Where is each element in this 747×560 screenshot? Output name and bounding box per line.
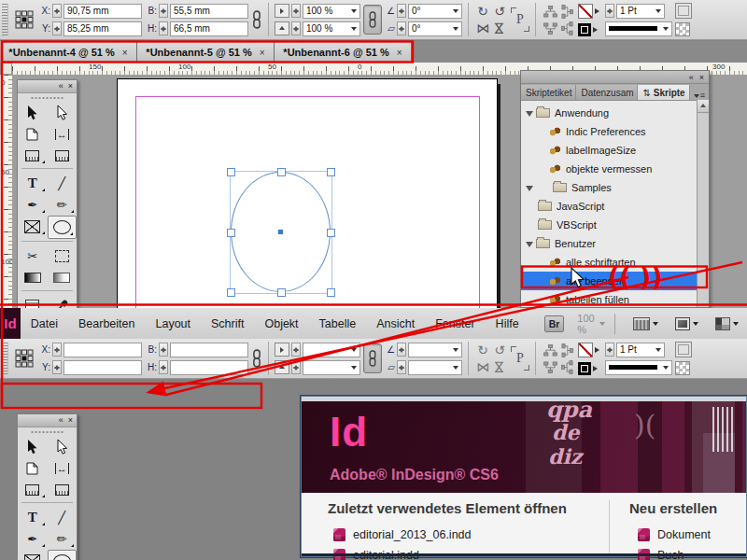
palette-grip[interactable] [31,427,63,436]
selection-handle[interactable] [277,168,286,176]
pencil-tool[interactable]: ✏ [48,528,78,550]
page-tool[interactable] [18,123,48,145]
type-tool[interactable]: T [18,173,48,194]
gap-tool[interactable]: ↔ [48,123,78,145]
rotate-cw-icon[interactable]: ↺ [494,4,505,19]
tree-item-tabellen-fuellen[interactable]: tabellen füllen [521,290,697,307]
recent-file-editorial-2013[interactable]: editorial_2013_06.indd [333,528,472,541]
close-icon[interactable]: × [260,48,265,58]
palette-grip[interactable] [31,93,63,102]
anchored-object-icon[interactable] [561,360,573,374]
triangle-open-icon[interactable] [526,242,533,247]
triangle-open-icon[interactable] [526,186,533,191]
tree-item-alle-schriftarten[interactable]: alle schriftarten [521,253,697,272]
menu-objekt[interactable]: Objekt [254,317,308,330]
transparency-button[interactable] [675,361,690,375]
height-stepper[interactable] [159,360,168,374]
selection-handle[interactable] [327,288,335,297]
selection-handle[interactable] [227,288,235,297]
height-input[interactable] [170,360,248,375]
selection-handle[interactable] [227,229,235,237]
tree-item-indic-preferences[interactable]: Indic Preferences [521,122,697,141]
anchored-object-icon[interactable] [561,343,573,357]
stroke-weight-dropdown[interactable]: 1 Pt [616,343,665,357]
selection-center-point[interactable] [278,230,283,234]
rotation-stepper[interactable] [397,4,406,18]
scroll-up-icon[interactable] [698,100,709,113]
line-tool[interactable]: ╱ [48,173,78,194]
toolbar-grip[interactable] [2,4,8,35]
palette-titlebar[interactable]: «× [18,80,77,93]
frame-tool[interactable] [18,216,48,237]
fill-color-swatch[interactable] [578,23,591,36]
select-container-icon[interactable]: P [511,346,529,371]
shear-dropdown[interactable] [408,360,462,375]
scale-y-stepper[interactable] [291,21,301,35]
collapse-icon[interactable]: « [59,414,63,427]
tree-item-objekte-vermessen[interactable]: objekte vermessen [521,160,697,178]
rotate-cw-icon[interactable]: ↺ [494,343,505,357]
tab-skripte[interactable]: ⇅Skripte [638,85,689,100]
select-container-icon[interactable]: P [511,7,529,32]
x-input[interactable] [63,343,142,357]
panel-dock-header[interactable]: «× [521,71,709,84]
menu-datei[interactable]: Datei [21,317,68,330]
menu-schrift[interactable]: Schrift [201,317,254,330]
rotate-ccw-icon[interactable]: ↻ [477,343,488,357]
scale-x-dropdown[interactable] [303,343,360,357]
stroke-color-none-swatch[interactable] [578,4,593,19]
ellipse-tool[interactable] [48,550,78,560]
reference-point-proxy-icon[interactable] [13,347,35,370]
flip-horizontal-icon[interactable]: ⋈ [476,359,489,374]
y-stepper[interactable] [52,21,62,35]
scale-y-dropdown[interactable] [303,360,360,375]
object-style-button[interactable] [675,3,692,19]
content-placer-tool[interactable] [48,145,78,166]
page-tool[interactable] [18,457,48,479]
object-style-button[interactable] [675,342,692,357]
stroke-style-dropdown[interactable] [605,21,672,36]
line-tool[interactable]: ╱ [48,507,78,528]
collapse-icon[interactable]: « [59,80,63,92]
collapse-icon[interactable]: « [689,73,694,82]
x-stepper[interactable] [52,343,62,357]
anchored-object-icon[interactable] [543,22,557,35]
tree-item-vbscript[interactable]: VBScript [521,216,697,234]
tab-datenzusammenfuehrung[interactable]: Datenzusam [576,85,638,100]
constrain-scale-chain-button[interactable] [363,5,382,35]
screen-mode-button[interactable] [667,317,707,330]
height-input[interactable]: 66,5 mm [170,21,248,36]
rotation-stepper[interactable] [397,343,406,357]
create-dokument[interactable]: Dokument [638,528,711,541]
tab-unbenannt-4[interactable]: *Unbenannt-4 @ 51 %× [0,41,137,63]
y-input[interactable] [63,360,142,375]
fill-color-swatch[interactable] [578,362,591,375]
triangle-open-icon[interactable] [526,111,533,117]
ellipse-selection-frame[interactable] [230,171,332,294]
x-input[interactable]: 90,75 mm [63,4,142,19]
direct-selection-tool[interactable] [48,102,78,123]
constrain-scale-chain-button[interactable] [363,343,382,373]
scale-y-dropdown[interactable]: 100 % [303,21,360,36]
tree-item-benutzer[interactable]: Benutzer [521,234,697,253]
vertical-ruler[interactable]: 0 50 100 [0,75,13,308]
menu-tabelle[interactable]: Tabelle [309,317,367,330]
width-stepper[interactable] [159,343,168,357]
zoom-level-dropdown[interactable]: 100 % [577,313,605,335]
width-input[interactable]: 55,5 mm [170,4,248,19]
view-options-button[interactable] [625,317,667,330]
frame-tool[interactable] [18,550,48,560]
constrain-dimensions-chain-icon[interactable] [251,10,262,29]
bridge-button[interactable]: Br [544,315,565,332]
tab-unbenannt-6[interactable]: *Unbenannt-6 @ 51 %× [275,41,412,63]
menu-layout[interactable]: Layout [145,317,201,330]
menu-bearbeiten[interactable]: Bearbeiten [68,317,145,330]
stroke-style-dropdown[interactable] [605,360,672,375]
close-icon[interactable]: × [699,73,704,82]
y-stepper[interactable] [52,360,62,374]
reference-point-proxy-icon[interactable] [13,8,35,31]
menu-ansicht[interactable]: Ansicht [366,317,425,330]
close-icon[interactable]: × [68,80,73,92]
stroke-flyout-arrow-icon[interactable] [595,8,602,14]
toolbar-grip[interactable] [2,343,8,374]
